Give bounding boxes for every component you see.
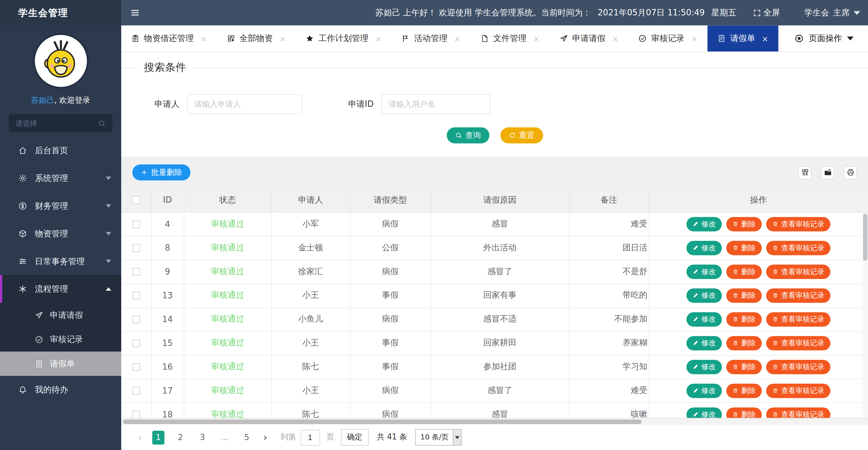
view-audit-records-button[interactable]: 查看审核记录 (766, 336, 830, 350)
page-number-2[interactable]: 2 (174, 430, 186, 444)
edit-button[interactable]: 修改 (686, 407, 722, 418)
horizontal-scrollbar[interactable] (121, 418, 868, 425)
close-icon[interactable]: × (612, 34, 619, 43)
close-icon[interactable]: × (279, 34, 286, 43)
delete-button[interactable]: 删除 (726, 288, 762, 302)
tab-工作计划管理[interactable]: 工作计划管理× (296, 25, 392, 51)
tab-请假单[interactable]: 请假单× (708, 25, 778, 51)
close-icon[interactable]: × (762, 34, 769, 43)
cell-remark: 难受 (569, 212, 649, 236)
delete-button[interactable]: 删除 (726, 312, 762, 326)
print-button[interactable] (843, 166, 857, 179)
reset-button[interactable]: 重置 (500, 127, 542, 143)
delete-button[interactable]: 删除 (726, 383, 762, 398)
sidebar-item-我的待办[interactable]: 我的待办 (0, 376, 121, 403)
edit-button[interactable]: 修改 (686, 217, 722, 231)
sidebar-subitem-审核记录[interactable]: 审核记录 (0, 327, 121, 352)
row-checkbox[interactable] (132, 387, 140, 394)
sidebar-item-系统管理[interactable]: 系统管理 (0, 164, 121, 192)
tab-申请请假[interactable]: 申请请假× (550, 25, 628, 51)
select-all-checkbox[interactable] (132, 196, 140, 204)
sidebar-subitem-申请请假[interactable]: 申请请假 (0, 303, 121, 327)
view-audit-records-button[interactable]: 查看审核记录 (766, 312, 830, 326)
edit-button[interactable]: 修改 (686, 241, 722, 255)
row-checkbox[interactable] (132, 291, 140, 299)
horizontal-scrollbar-thumb[interactable] (123, 420, 642, 424)
next-page-button[interactable]: › (263, 432, 267, 443)
cell-id: 13 (151, 283, 184, 307)
delete-button[interactable]: 删除 (726, 407, 762, 418)
view-audit-records-button[interactable]: 查看审核记录 (766, 407, 830, 418)
edit-button[interactable]: 修改 (686, 264, 722, 279)
page-number-5[interactable]: 5 (241, 430, 253, 444)
export-button[interactable] (821, 166, 834, 179)
avatar[interactable] (33, 33, 88, 89)
close-icon[interactable]: × (375, 34, 381, 43)
tab-审核记录[interactable]: 审核记录× (628, 25, 708, 51)
cell-id: 15 (151, 331, 184, 355)
close-icon[interactable]: × (691, 34, 698, 43)
fullscreen-button[interactable]: 全屏 (753, 7, 780, 18)
close-icon[interactable]: × (200, 34, 207, 43)
check-circle-icon (33, 335, 44, 343)
tab-物资借还管理[interactable]: 物资借还管理× (121, 25, 217, 51)
sidebar-menu-search-select[interactable]: 请选择 (9, 114, 112, 132)
table-row: 8审核通过金士顿公假外出活动团日活修改删除查看审核记录 (121, 236, 868, 260)
view-audit-records-button[interactable]: 查看审核记录 (766, 217, 830, 231)
main-content: 搜索条件 申请人 申请ID 查询 重置 (121, 52, 868, 450)
delete-button[interactable]: 删除 (726, 241, 762, 255)
batch-delete-button[interactable]: 批量删除 (132, 164, 191, 180)
goto-confirm-button[interactable]: 确定 (341, 429, 369, 446)
page-actions-dropdown[interactable]: 页面操作 (779, 25, 868, 51)
view-audit-records-button[interactable]: 查看审核记录 (766, 383, 830, 398)
edit-button[interactable]: 修改 (686, 336, 722, 350)
close-icon[interactable]: × (454, 34, 461, 43)
vertical-scrollbar-thumb[interactable] (863, 214, 868, 261)
page-number-3[interactable]: 3 (196, 430, 208, 444)
sidebar-item-流程管理[interactable]: 流程管理 (0, 275, 121, 303)
row-checkbox[interactable] (132, 244, 140, 252)
delete-button[interactable]: 删除 (726, 360, 762, 374)
delete-button[interactable]: 删除 (726, 336, 762, 350)
column-settings-button[interactable] (798, 166, 812, 179)
edit-button[interactable]: 修改 (686, 360, 722, 374)
row-checkbox[interactable] (132, 268, 140, 275)
view-audit-records-button[interactable]: 查看审核记录 (766, 360, 830, 374)
tab-全部物资[interactable]: 全部物资× (217, 25, 296, 51)
sidebar-item-财务管理[interactable]: 财务管理 (0, 192, 121, 220)
page-number-1[interactable]: 1 (152, 430, 164, 444)
edit-button[interactable]: 修改 (686, 312, 722, 326)
query-button[interactable]: 查询 (446, 127, 489, 143)
total-count-label: 共 41 条 (377, 432, 407, 443)
row-checkbox[interactable] (132, 411, 140, 418)
row-checkbox[interactable] (132, 339, 140, 347)
delete-button[interactable]: 删除 (726, 217, 762, 231)
tab-文件管理[interactable]: 文件管理× (470, 25, 550, 51)
goto-page-input[interactable] (300, 429, 320, 445)
applicant-input[interactable] (187, 94, 302, 114)
vertical-scrollbar[interactable] (863, 213, 868, 418)
close-icon[interactable]: × (533, 34, 539, 43)
sidebar-subitem-请假单[interactable]: 请假单 (0, 352, 121, 376)
page-size-select[interactable]: 10 条/页 (415, 429, 462, 446)
apply-id-input[interactable] (381, 94, 491, 114)
sidebar-item-物资管理[interactable]: 物资管理 (0, 220, 121, 248)
view-audit-records-button[interactable]: 查看审核记录 (766, 241, 830, 255)
user-role-dropdown[interactable]: 学生会 主席 (804, 7, 860, 18)
row-checkbox[interactable] (132, 315, 140, 323)
tab-活动管理[interactable]: 活动管理× (392, 25, 470, 51)
hamburger-menu-icon[interactable] (127, 5, 143, 20)
sidebar-item-后台首页[interactable]: 后台首页 (0, 137, 121, 164)
cell-leave-type: 事假 (350, 355, 431, 379)
prev-page-button[interactable]: ‹ (138, 432, 142, 443)
view-audit-records-button[interactable]: 查看审核记录 (766, 288, 830, 302)
edit-button[interactable]: 修改 (686, 288, 722, 302)
row-checkbox[interactable] (132, 220, 140, 228)
edit-button[interactable]: 修改 (686, 383, 722, 398)
sidebar: 学生会管理 苏妲己, 欢迎登录 (0, 0, 121, 450)
table-toolbar: 批量删除 (121, 156, 868, 188)
sidebar-item-日常事务管理[interactable]: 日常事务管理 (0, 247, 121, 275)
row-checkbox[interactable] (132, 363, 140, 371)
view-audit-records-button[interactable]: 查看审核记录 (766, 264, 830, 279)
delete-button[interactable]: 删除 (726, 264, 762, 279)
